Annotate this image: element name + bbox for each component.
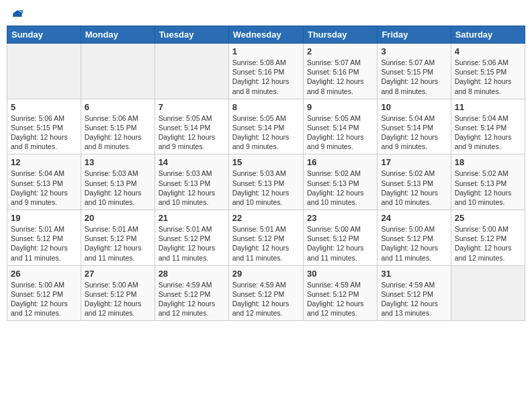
calendar-cell: 26Sunrise: 5:00 AM Sunset: 5:12 PM Dayli…	[7, 265, 81, 321]
day-info: Sunrise: 4:59 AM Sunset: 5:12 PM Dayligh…	[307, 280, 373, 318]
day-info: Sunrise: 5:04 AM Sunset: 5:14 PM Dayligh…	[455, 113, 521, 152]
calendar-cell	[451, 265, 525, 321]
calendar-cell: 7Sunrise: 5:05 AM Sunset: 5:14 PM Daylig…	[154, 99, 228, 154]
day-number: 21	[159, 213, 225, 223]
day-info: Sunrise: 5:06 AM Sunset: 5:15 PM Dayligh…	[85, 113, 151, 152]
calendar-cell	[154, 44, 228, 99]
day-number: 17	[381, 157, 447, 167]
calendar-week-5: 26Sunrise: 5:00 AM Sunset: 5:12 PM Dayli…	[7, 265, 525, 321]
page-header	[7, 7, 525, 20]
calendar-cell: 8Sunrise: 5:05 AM Sunset: 5:14 PM Daylig…	[228, 99, 303, 154]
logo	[9, 7, 24, 20]
calendar-week-3: 12Sunrise: 5:04 AM Sunset: 5:13 PM Dayli…	[7, 154, 525, 210]
day-info: Sunrise: 5:02 AM Sunset: 5:13 PM Dayligh…	[381, 169, 447, 207]
calendar-cell: 1Sunrise: 5:08 AM Sunset: 5:16 PM Daylig…	[228, 44, 303, 99]
calendar-cell: 29Sunrise: 4:59 AM Sunset: 5:12 PM Dayli…	[228, 265, 303, 321]
day-info: Sunrise: 4:59 AM Sunset: 5:12 PM Dayligh…	[381, 280, 447, 318]
calendar-cell: 5Sunrise: 5:06 AM Sunset: 5:15 PM Daylig…	[7, 99, 81, 154]
calendar-cell: 15Sunrise: 5:03 AM Sunset: 5:13 PM Dayli…	[228, 154, 303, 210]
day-info: Sunrise: 5:05 AM Sunset: 5:14 PM Dayligh…	[307, 113, 373, 152]
calendar-body: 1Sunrise: 5:08 AM Sunset: 5:16 PM Daylig…	[7, 44, 525, 321]
day-info: Sunrise: 5:03 AM Sunset: 5:13 PM Dayligh…	[232, 169, 300, 207]
day-info: Sunrise: 5:07 AM Sunset: 5:16 PM Dayligh…	[307, 58, 373, 96]
day-number: 27	[85, 269, 151, 279]
calendar-cell	[81, 44, 154, 99]
day-info: Sunrise: 5:05 AM Sunset: 5:14 PM Dayligh…	[159, 113, 225, 152]
calendar-cell: 25Sunrise: 5:00 AM Sunset: 5:12 PM Dayli…	[451, 210, 525, 266]
day-info: Sunrise: 5:00 AM Sunset: 5:12 PM Dayligh…	[307, 224, 373, 263]
calendar-cell: 14Sunrise: 5:03 AM Sunset: 5:13 PM Dayli…	[154, 154, 228, 210]
day-number: 20	[85, 213, 151, 223]
calendar-cell: 31Sunrise: 4:59 AM Sunset: 5:12 PM Dayli…	[378, 265, 451, 321]
day-info: Sunrise: 5:03 AM Sunset: 5:13 PM Dayligh…	[159, 169, 225, 207]
calendar-cell: 19Sunrise: 5:01 AM Sunset: 5:12 PM Dayli…	[7, 210, 81, 266]
day-info: Sunrise: 5:04 AM Sunset: 5:14 PM Dayligh…	[381, 113, 447, 152]
day-number: 4	[455, 46, 521, 56]
calendar-cell: 22Sunrise: 5:01 AM Sunset: 5:12 PM Dayli…	[228, 210, 303, 266]
day-number: 5	[11, 102, 77, 112]
day-number: 3	[381, 46, 447, 56]
calendar-cell	[7, 44, 81, 99]
day-number: 12	[11, 157, 77, 167]
calendar-cell: 9Sunrise: 5:05 AM Sunset: 5:14 PM Daylig…	[303, 99, 377, 154]
weekday-header-sunday: Sunday	[7, 26, 81, 44]
day-info: Sunrise: 5:01 AM Sunset: 5:12 PM Dayligh…	[232, 224, 300, 263]
day-number: 22	[232, 213, 300, 223]
day-info: Sunrise: 5:06 AM Sunset: 5:15 PM Dayligh…	[11, 113, 77, 152]
day-info: Sunrise: 5:02 AM Sunset: 5:13 PM Dayligh…	[307, 169, 373, 207]
calendar-cell: 28Sunrise: 4:59 AM Sunset: 5:12 PM Dayli…	[154, 265, 228, 321]
day-number: 7	[159, 102, 225, 112]
calendar-cell: 2Sunrise: 5:07 AM Sunset: 5:16 PM Daylig…	[303, 44, 377, 99]
day-number: 25	[455, 213, 521, 223]
day-number: 26	[11, 269, 77, 279]
day-info: Sunrise: 5:01 AM Sunset: 5:12 PM Dayligh…	[85, 224, 151, 263]
day-info: Sunrise: 4:59 AM Sunset: 5:12 PM Dayligh…	[159, 280, 225, 318]
calendar-cell: 17Sunrise: 5:02 AM Sunset: 5:13 PM Dayli…	[378, 154, 451, 210]
calendar-week-1: 1Sunrise: 5:08 AM Sunset: 5:16 PM Daylig…	[7, 44, 525, 99]
day-info: Sunrise: 5:06 AM Sunset: 5:15 PM Dayligh…	[455, 58, 521, 96]
calendar-table: SundayMondayTuesdayWednesdayThursdayFrid…	[7, 26, 525, 321]
day-number: 29	[232, 269, 300, 279]
day-number: 1	[232, 46, 300, 56]
day-number: 13	[85, 157, 151, 167]
weekday-header-friday: Friday	[378, 26, 451, 44]
day-info: Sunrise: 5:07 AM Sunset: 5:15 PM Dayligh…	[381, 58, 447, 96]
weekday-header-saturday: Saturday	[451, 26, 525, 44]
calendar-cell: 6Sunrise: 5:06 AM Sunset: 5:15 PM Daylig…	[81, 99, 154, 154]
calendar-cell: 18Sunrise: 5:02 AM Sunset: 5:13 PM Dayli…	[451, 154, 525, 210]
day-number: 18	[455, 157, 521, 167]
calendar-cell: 21Sunrise: 5:01 AM Sunset: 5:12 PM Dayli…	[154, 210, 228, 266]
day-number: 15	[232, 157, 300, 167]
calendar-cell: 10Sunrise: 5:04 AM Sunset: 5:14 PM Dayli…	[378, 99, 451, 154]
day-info: Sunrise: 5:02 AM Sunset: 5:13 PM Dayligh…	[455, 169, 521, 207]
calendar-cell: 4Sunrise: 5:06 AM Sunset: 5:15 PM Daylig…	[451, 44, 525, 99]
day-number: 8	[232, 102, 300, 112]
calendar-cell: 27Sunrise: 5:00 AM Sunset: 5:12 PM Dayli…	[81, 265, 154, 321]
calendar-header-row: SundayMondayTuesdayWednesdayThursdayFrid…	[7, 26, 525, 44]
day-info: Sunrise: 5:00 AM Sunset: 5:12 PM Dayligh…	[381, 224, 447, 263]
weekday-header-tuesday: Tuesday	[154, 26, 228, 44]
logo-icon	[11, 7, 24, 20]
day-info: Sunrise: 5:01 AM Sunset: 5:12 PM Dayligh…	[11, 224, 77, 263]
calendar-week-4: 19Sunrise: 5:01 AM Sunset: 5:12 PM Dayli…	[7, 210, 525, 266]
calendar-cell: 13Sunrise: 5:03 AM Sunset: 5:13 PM Dayli…	[81, 154, 154, 210]
day-number: 28	[159, 269, 225, 279]
day-info: Sunrise: 5:00 AM Sunset: 5:12 PM Dayligh…	[11, 280, 77, 318]
day-number: 11	[455, 102, 521, 112]
calendar-cell: 23Sunrise: 5:00 AM Sunset: 5:12 PM Dayli…	[303, 210, 377, 266]
day-number: 19	[11, 213, 77, 223]
day-number: 2	[307, 46, 373, 56]
day-info: Sunrise: 5:01 AM Sunset: 5:12 PM Dayligh…	[159, 224, 225, 263]
day-info: Sunrise: 5:08 AM Sunset: 5:16 PM Dayligh…	[232, 58, 300, 96]
calendar-cell: 11Sunrise: 5:04 AM Sunset: 5:14 PM Dayli…	[451, 99, 525, 154]
day-info: Sunrise: 4:59 AM Sunset: 5:12 PM Dayligh…	[232, 280, 300, 318]
calendar-cell: 3Sunrise: 5:07 AM Sunset: 5:15 PM Daylig…	[378, 44, 451, 99]
day-info: Sunrise: 5:00 AM Sunset: 5:12 PM Dayligh…	[85, 280, 151, 318]
day-info: Sunrise: 5:05 AM Sunset: 5:14 PM Dayligh…	[232, 113, 300, 152]
day-info: Sunrise: 5:00 AM Sunset: 5:12 PM Dayligh…	[455, 224, 521, 263]
day-number: 10	[381, 102, 447, 112]
calendar-cell: 16Sunrise: 5:02 AM Sunset: 5:13 PM Dayli…	[303, 154, 377, 210]
day-number: 9	[307, 102, 373, 112]
day-number: 24	[381, 213, 447, 223]
day-number: 16	[307, 157, 373, 167]
